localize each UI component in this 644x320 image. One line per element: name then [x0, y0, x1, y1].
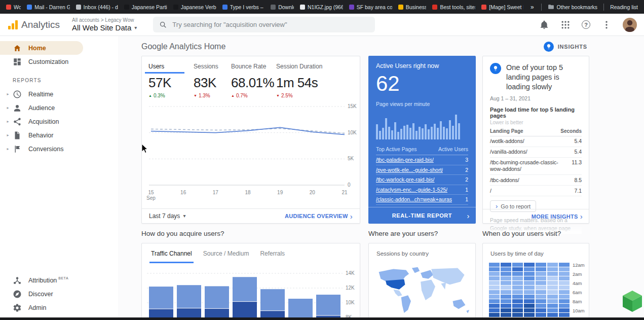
heatmap-cell [512, 276, 523, 280]
insight-subtitle: Page load time for top 5 landing pages [490, 106, 582, 119]
analytics-logo[interactable]: Analytics [8, 19, 60, 30]
tab-traffic-channel[interactable]: Traffic Channel [149, 250, 194, 263]
bookmark-item[interactable]: Type I verbs – Ling... [219, 3, 268, 11]
minute-bar [419, 127, 421, 140]
bookmark-item[interactable]: N1IGZ.jpg (966×760) [297, 3, 346, 11]
bookmark-item[interactable]: Download [268, 3, 297, 11]
bookmark-label: Best tools, sites, tip... [440, 4, 475, 10]
sidebar-item-customization[interactable]: Customization [0, 55, 118, 68]
active-page-link[interactable]: /tbc-warlock-pre-raid-bis/ [376, 176, 435, 183]
insights-label: INSIGHTS [558, 44, 587, 50]
more-insights-link[interactable]: MORE INSIGHTS [532, 212, 583, 220]
sidebar-item-label: Customization [28, 58, 68, 65]
notifications-bell-icon[interactable] [539, 20, 549, 30]
svg-text:20: 20 [310, 190, 316, 195]
heatmap-cell [489, 290, 500, 294]
acquisition-card: Traffic Channel Source / Medium Referral… [141, 243, 360, 317]
expand-arrow-icon[interactable] [4, 92, 12, 96]
minute-bar [422, 128, 424, 139]
landing-page-link[interactable]: /tbc-addons/ [490, 177, 558, 184]
heatmap-cell [547, 290, 558, 294]
realtime-report-link[interactable]: REAL-TIME REPORT [368, 207, 476, 224]
sidebar-item-discover[interactable]: Discover [0, 287, 118, 301]
sidebar-item-acquisition[interactable]: Acquisition [0, 115, 118, 128]
chevron-right-icon [350, 212, 353, 220]
other-bookmarks-button[interactable]: Other bookmarks [545, 3, 601, 11]
bookmark-item[interactable]: SF bay area comput... [346, 3, 395, 11]
landing-page-link[interactable]: /vanilla-addons/ [490, 149, 558, 155]
heatmap-cell [524, 272, 535, 276]
apps-grid-icon[interactable] [560, 20, 571, 30]
heatmap-cell [524, 267, 535, 271]
heatmap-cell [489, 308, 500, 312]
heatmap-cell [547, 276, 558, 280]
bookmark-item[interactable]: Work [3, 3, 24, 11]
screen: WorkMail - Darren Grant...Inbox (446) - … [0, 0, 644, 320]
metric-column[interactable]: Sessions83K▼1.3% [194, 63, 231, 98]
metric-delta: ▼2.5% [276, 93, 337, 98]
bookmark-item[interactable]: Japanese Verb Endi... [170, 3, 219, 11]
account-selector[interactable]: All accounts > Legacy Wow All Web Site D… [72, 17, 137, 32]
audience-overview-link[interactable]: AUDIENCE OVERVIEW [285, 212, 353, 220]
user-avatar[interactable] [623, 18, 637, 32]
landing-page-link[interactable]: /tbc-burning-crusade-classic-wow-addons/ [490, 159, 558, 172]
expand-arrow-icon[interactable] [4, 105, 12, 110]
product-name: Analytics [21, 19, 60, 30]
bookmark-item[interactable]: BusinessInfo [395, 3, 430, 11]
bookmark-favicon [124, 5, 129, 10]
landing-page-link[interactable]: / [490, 188, 558, 194]
active-page-link[interactable]: /pve-wotlk-ele...-guide-short/ [376, 167, 443, 173]
active-page-link[interactable]: /tbc-paladin-pre-raid-bis/ [376, 157, 434, 163]
expand-arrow-icon[interactable] [4, 147, 12, 151]
minute-bar [400, 129, 402, 139]
bookmarks-overflow-chevron[interactable]: » [526, 4, 538, 11]
tab-referrals[interactable]: Referrals [258, 250, 286, 263]
reading-list-button[interactable]: Reading list [607, 3, 641, 11]
tab-source-medium[interactable]: Source / Medium [202, 250, 251, 263]
bookmark-item[interactable]: Inbox (446) - darks... [73, 3, 121, 11]
bookmark-item[interactable]: Mail - Darren Grant... [24, 3, 72, 11]
minute-bar [428, 129, 430, 139]
section-question-timeofday: When do your users visit? [482, 230, 561, 237]
expand-arrow-icon[interactable] [4, 119, 12, 124]
insight-table-row: /wotlk-addons/5.4 [490, 136, 582, 147]
metric-label: Session Duration [276, 63, 337, 70]
sidebar-item-admin[interactable]: Admin [0, 301, 118, 314]
heatmap-cell [547, 313, 558, 317]
sidebar-item-audience[interactable]: Audience [0, 101, 118, 115]
svg-text:19: 19 [277, 190, 283, 195]
landing-page-link[interactable]: /wotlk-addons/ [490, 138, 558, 145]
active-page-link[interactable]: /classic-addon...ch=weak+auras [376, 196, 452, 202]
bookmark-favicon [398, 5, 403, 10]
active-page-link[interactable]: /cataclysm-enc...-guide-1-525/ [376, 187, 447, 193]
sidebar-item-home[interactable]: Home [0, 41, 83, 55]
date-range-selector[interactable]: Last 7 days [149, 212, 185, 220]
help-icon[interactable] [582, 20, 590, 29]
metric-column[interactable]: Users57K▲0.3% [148, 63, 194, 98]
bookmark-label: SF bay area comput... [357, 4, 392, 10]
bookmark-item[interactable]: Best tools, sites, tip... [429, 3, 478, 11]
insight-table-row: /tbc-burning-crusade-classic-wow-addons/… [490, 158, 582, 175]
insight-table-row: /7.1 [490, 186, 582, 196]
search-input[interactable] [172, 21, 369, 28]
floating-cube-widget[interactable] [621, 289, 644, 313]
timeofday-card: Users by time of day 12am2am4am6am8am10a… [482, 243, 589, 317]
bookmark-item[interactable]: Japanese Particles ... [121, 3, 170, 11]
bookmark-item[interactable]: [Mage] Sweet Infor... [478, 3, 526, 11]
more-options-kebab-icon[interactable] [601, 20, 612, 30]
metric-column[interactable]: Session Duration1m 54s▼2.5% [276, 63, 337, 98]
insight-note: Lower is better [490, 120, 582, 125]
expand-arrow-icon[interactable] [4, 133, 12, 137]
svg-text:14K: 14K [346, 270, 355, 276]
sidebar-item-attribution[interactable]: Attribution BETA [0, 273, 118, 287]
active-metric-underline [145, 72, 184, 74]
sidebar-item-conversions[interactable]: Conversions [0, 142, 118, 156]
time-label: 6am [573, 290, 582, 295]
heatmap-cell [536, 267, 546, 271]
heatmap-cell [547, 272, 558, 276]
insights-button[interactable]: INSIGHTS [544, 42, 587, 52]
heatmap-cell [512, 308, 523, 312]
sidebar-item-behavior[interactable]: Behavior [0, 128, 118, 142]
sidebar-item-realtime[interactable]: Realtime [0, 87, 118, 101]
metric-column[interactable]: Bounce Rate68.01%▲0.7% [231, 63, 276, 98]
